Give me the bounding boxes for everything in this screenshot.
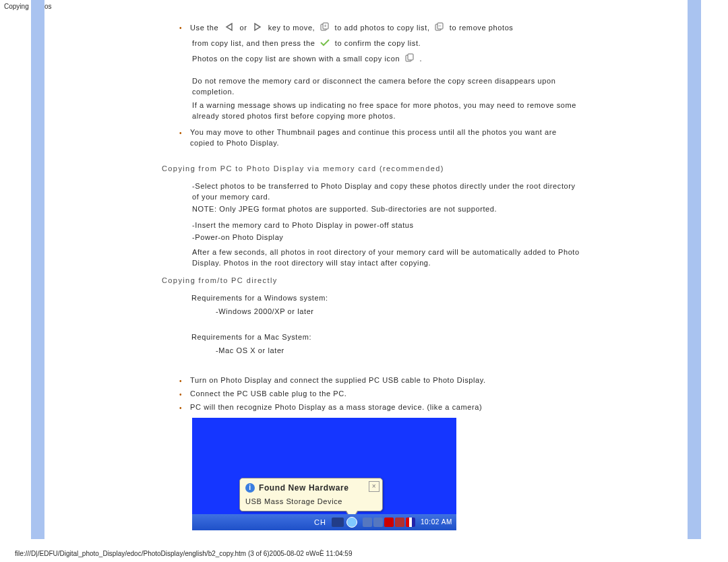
left-sidebar-strip [31, 0, 44, 539]
svg-rect-7 [408, 54, 413, 60]
ime-indicator[interactable]: CH [314, 517, 326, 528]
taskbar-clock: 10:02 AM [421, 517, 452, 528]
text: PC will then recognize Photo Display as … [190, 403, 482, 411]
arrow-right-icon [251, 22, 264, 34]
check-icon [320, 38, 330, 50]
bullet-icon: • [179, 128, 182, 139]
text: -Select photos to be transferred to Phot… [192, 181, 580, 202]
svg-text:+: + [324, 23, 327, 29]
copy-remove-icon: − [434, 22, 445, 35]
text: key to move, [268, 24, 317, 32]
right-sidebar-strip [688, 0, 701, 539]
text-warning: Do not remove the memory card or disconn… [192, 75, 580, 97]
text: After a few seconds, all photos in root … [192, 247, 580, 268]
text: to add photos to copy list, [335, 24, 433, 32]
bullet-icon: • [179, 403, 182, 414]
text: . [419, 55, 422, 63]
text: to confirm the copy list. [335, 39, 421, 47]
balloon-tooltip: × i Found New Hardware USB Mass Storage … [239, 478, 383, 511]
system-tray [363, 518, 415, 527]
text-warning: If a warning message shows up indicating… [192, 100, 580, 121]
text: -Power-on Photo Display [192, 232, 580, 243]
copy-add-icon: + [320, 22, 330, 35]
back-round-icon[interactable] [346, 517, 357, 528]
requirements-mac-item: -Mac OS X or later [216, 345, 580, 356]
text: NOTE: Only JPEG format photos are suppor… [192, 204, 580, 214]
footer-path: file:///D|/EDFU/Digital_photo_Display/ed… [15, 550, 352, 557]
windows-screenshot: × i Found New Hardware USB Mass Storage … [192, 418, 456, 530]
tray-icon-ati[interactable] [384, 518, 394, 527]
tray-icon[interactable] [406, 518, 415, 527]
text: or [239, 24, 249, 32]
requirements-mac: Requirements for a Mac System: [191, 332, 580, 342]
requirements-windows-item: -Windows 2000/XP or later [216, 306, 580, 317]
text: Connect the PC USB cable plug to the PC. [190, 389, 347, 398]
tray-icon[interactable] [363, 518, 372, 527]
bullet-icon: • [179, 23, 182, 34]
tray-icon[interactable] [395, 518, 404, 527]
page-title-small: Copying Photos [4, 3, 52, 10]
text: Use the [190, 24, 221, 32]
windows-taskbar: CH 10:02 AM [192, 514, 456, 530]
keyboard-icon[interactable] [332, 518, 344, 527]
bullet-icon: • [179, 389, 182, 400]
balloon-subtitle: USB Mass Storage Device [245, 496, 377, 507]
text: Turn on Photo Display and connect the su… [190, 376, 486, 384]
text: Photos on the copy list are shown with a… [192, 55, 402, 63]
svg-text:−: − [439, 23, 442, 29]
balloon-title: Found New Hardware [259, 482, 348, 493]
text: -Insert the memory card to Photo Display… [192, 220, 580, 230]
bullet-icon: • [179, 376, 182, 387]
close-icon[interactable]: × [369, 481, 380, 492]
tray-icon[interactable] [373, 518, 383, 527]
text: You may move to other Thumbnail pages an… [190, 128, 557, 147]
section-heading-memcard: Copying from PC to Photo Display via mem… [162, 163, 580, 174]
text-line: from copy list, and then press the to co… [192, 38, 580, 50]
requirements-windows: Requirements for a Windows system: [191, 292, 580, 303]
copy-small-icon [404, 53, 415, 66]
main-content: • Use the or key to move, + to add photo… [162, 19, 580, 530]
text-line: Photos on the copy list are shown with a… [192, 53, 580, 66]
info-icon: i [245, 483, 255, 493]
text: to remove photos [450, 24, 514, 32]
section-heading-pc: Copying from/to PC directly [162, 275, 580, 286]
text: from copy list, and then press the [192, 39, 317, 47]
arrow-left-icon [223, 22, 235, 34]
